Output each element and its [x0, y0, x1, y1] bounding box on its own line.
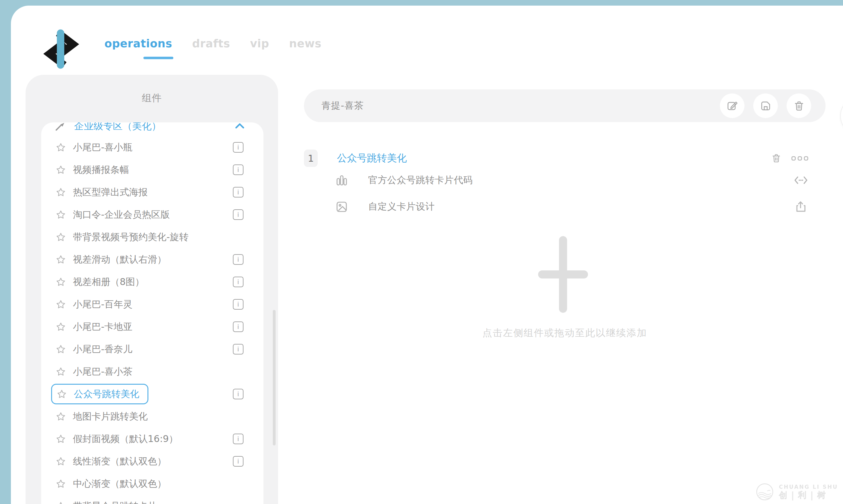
document-title: 青提-喜茶 [322, 100, 364, 112]
sub-item-label: 官方公众号跳转卡片代码 [368, 174, 473, 186]
star-icon[interactable] [55, 479, 66, 489]
star-icon[interactable] [55, 366, 66, 377]
info-icon[interactable]: i [233, 344, 243, 355]
star-icon[interactable] [55, 299, 66, 310]
sidebar-item-label: 视差相册（8图） [73, 276, 144, 288]
watermark-cn: 创｜利｜树 [779, 490, 838, 500]
sidebar-item-label: 视差滑动（默认右滑） [73, 253, 167, 266]
save-button[interactable] [753, 93, 778, 118]
tab-vip[interactable]: vip [250, 37, 269, 50]
trash-icon [793, 100, 805, 112]
sidebar-item-label: 淘口令-企业会员热区版 [73, 209, 170, 221]
sub-item-code[interactable]: 官方公众号跳转卡片代码 [335, 167, 808, 194]
sidebar-component-item[interactable]: 小尾巴-百年灵 i [41, 293, 263, 316]
sidebar-item-label: 小尾巴-香奈儿 [73, 343, 133, 356]
more-icon[interactable] [791, 155, 808, 161]
sidebar-component-item[interactable]: 线性渐变（默认双色） i [41, 450, 263, 472]
sidebar-component-item[interactable]: 地图卡片跳转美化 i [41, 405, 263, 428]
star-icon[interactable] [55, 232, 66, 242]
sidebar-component-item[interactable]: 视差滑动（默认右滑） i [41, 248, 263, 271]
sidebar-item-label: 热区型弹出式海报 [73, 186, 148, 199]
sidebar-component-item[interactable]: 小尾巴-喜小瓶 i [41, 136, 263, 159]
info-icon[interactable]: i [233, 142, 243, 152]
component-index-badge: 1 [304, 149, 318, 167]
sidebar-component-item[interactable]: 带背景会员跳转卡片 i [41, 495, 263, 504]
star-icon[interactable] [55, 344, 66, 355]
star-icon[interactable] [55, 142, 66, 152]
tab-drafts[interactable]: drafts [192, 37, 230, 50]
sidebar-item-label: 假封面视频（默认16:9） [73, 433, 178, 446]
share-icon[interactable] [793, 200, 808, 213]
info-icon[interactable]: i [233, 209, 243, 220]
sidebar-group-enterprise[interactable]: 企业级专区（美化） [50, 122, 255, 136]
info-icon[interactable]: i [233, 164, 243, 175]
sidebar-scrollbar[interactable] [273, 310, 276, 446]
delete-button[interactable] [787, 93, 811, 118]
sidebar-component-item[interactable]: 小尾巴-香奈儿 i [41, 338, 263, 360]
star-icon[interactable] [55, 501, 66, 504]
sidebar-item-label: 小尾巴-喜小茶 [73, 365, 133, 378]
watermark: CHUANG LI SHU 创｜利｜树 [755, 482, 838, 502]
dropzone-hint: 点击左侧组件或拖动至此以继续添加 [304, 326, 826, 340]
star-icon[interactable] [55, 276, 66, 287]
sidebar-component-item[interactable]: 中心渐变（默认双色） i [41, 472, 263, 495]
star-icon[interactable] [55, 164, 66, 175]
sidebar-component-item[interactable]: 带背景视频号预约美化-旋转 i [41, 226, 263, 248]
sidebar-title: 组件 [25, 75, 278, 122]
sidebar-component-item[interactable]: 视频播报条幅 i [41, 159, 263, 181]
code-icon[interactable] [793, 174, 808, 187]
sidebar-component-item[interactable]: 假封面视频（默认16:9） i [41, 428, 263, 450]
save-icon [760, 100, 772, 112]
sidebar-component-item[interactable]: 热区型弹出式海报 i [41, 181, 263, 203]
star-icon[interactable] [55, 411, 66, 422]
sidebar-item-label: 视频播报条幅 [73, 164, 129, 176]
info-icon[interactable]: i [233, 299, 243, 310]
component-title-link[interactable]: 公众号跳转美化 [337, 151, 407, 165]
star-icon[interactable] [55, 434, 66, 444]
sidebar-item-label: 地图卡片跳转美化 [73, 410, 148, 423]
app-logo-icon[interactable] [39, 27, 83, 70]
info-icon[interactable]: i [233, 254, 243, 265]
edit-icon [726, 100, 738, 112]
tab-news[interactable]: news [289, 37, 322, 50]
sidebar-item-label: 中心渐变（默认双色） [73, 478, 167, 490]
sidebar-item-label: 小尾巴-喜小瓶 [73, 141, 133, 154]
sidebar-item-label: 小尾巴-卡地亚 [73, 321, 133, 333]
sidebar-item-label: 带背景会员跳转卡片 [73, 500, 157, 504]
component-list: 小尾巴-喜小瓶 i 视频播报条幅 i 热区型弹出式海报 i [41, 136, 263, 504]
trash-icon[interactable] [771, 152, 781, 164]
star-icon[interactable] [55, 254, 66, 265]
edge-floating-button[interactable] [840, 96, 843, 135]
sub-item-label: 自定义卡片设计 [368, 200, 435, 213]
main-nav-tabs: operationsdraftsvipnews [104, 37, 341, 50]
star-icon[interactable] [55, 187, 66, 197]
sidebar-component-item[interactable]: 淘口令-企业会员热区版 i [41, 203, 263, 226]
sub-item-design[interactable]: 自定义卡片设计 [335, 194, 808, 220]
star-icon[interactable] [56, 389, 67, 399]
document-actions [720, 93, 811, 118]
info-icon[interactable]: i [233, 187, 243, 197]
chevron-up-icon[interactable] [234, 122, 246, 132]
sidebar-item-label: 线性渐变（默认双色） [73, 455, 167, 468]
sidebar-component-item[interactable]: 小尾巴-喜小茶 i [41, 360, 263, 383]
sidebar-group-label: 企业级专区（美化） [74, 122, 161, 133]
sidebar-component-item[interactable]: 小尾巴-卡地亚 i [41, 316, 263, 338]
add-component-dropzone[interactable]: 点击左侧组件或拖动至此以继续添加 [304, 236, 826, 336]
watermark-logo-icon [755, 482, 774, 502]
star-icon[interactable] [55, 209, 66, 220]
info-icon[interactable]: i [233, 456, 243, 467]
info-icon[interactable]: i [233, 434, 243, 444]
info-icon[interactable]: i [233, 276, 243, 287]
star-icon[interactable] [55, 456, 66, 467]
sidebar-component-item[interactable]: 公众号跳转美化 i [41, 383, 263, 405]
image-icon [335, 200, 348, 213]
sidebar-component-item[interactable]: 视差相册（8图） i [41, 271, 263, 293]
edit-button[interactable] [720, 93, 744, 118]
info-icon[interactable]: i [233, 389, 243, 399]
wand-icon [54, 122, 66, 132]
sidebar-item-label: 小尾巴-百年灵 [73, 298, 133, 311]
tab-operations[interactable]: operations [104, 37, 172, 50]
app-window: operationsdraftsvipnews 组件 企业级专区（美化） [11, 6, 843, 504]
star-icon[interactable] [55, 322, 66, 332]
info-icon[interactable]: i [233, 322, 243, 332]
